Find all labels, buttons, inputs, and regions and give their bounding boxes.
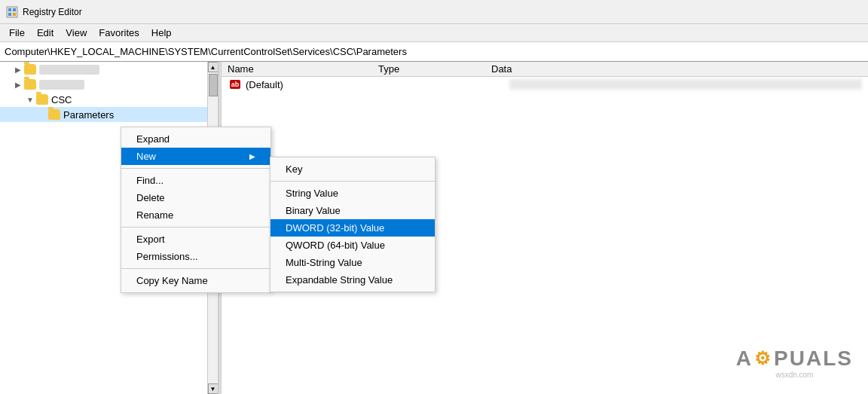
ctx-copykeyname[interactable]: Copy Key Name — [121, 272, 270, 289]
tree-item-blurred-2[interactable]: ▶ — [0, 77, 218, 92]
submenu-stringvalue[interactable]: String Value — [270, 185, 435, 202]
tree-arrow-2: ▶ — [12, 78, 24, 90]
ctx-new-label: New — [136, 151, 156, 162]
tree-arrow-1: ▶ — [12, 63, 24, 75]
submenu-multistringvalue-label: Multi-String Value — [286, 257, 362, 268]
ctx-sep-3 — [121, 268, 270, 269]
ctx-sep-2 — [121, 227, 270, 228]
submenu-dword-label: DWORD (32-bit) Value — [286, 222, 384, 234]
tree-label-blurred-2 — [39, 80, 84, 90]
title-bar-text: Registry Editor — [23, 7, 82, 17]
tree-item-blurred-1[interactable]: ▶ — [0, 62, 218, 77]
appuals-letter-a: A — [736, 347, 753, 371]
address-bar: Computer\HKEY_LOCAL_MACHINE\SYSTEM\Curre… — [0, 42, 868, 62]
submenu-stringvalue-label: String Value — [286, 188, 338, 199]
ctx-expand[interactable]: Expand — [121, 130, 270, 148]
menu-view[interactable]: View — [60, 26, 93, 40]
ctx-delete[interactable]: Delete — [121, 189, 270, 206]
tree-label-csc: CSC — [51, 94, 72, 105]
svg-rect-3 — [8, 13, 11, 16]
submenu-key-label: Key — [286, 163, 302, 175]
menu-help[interactable]: Help — [145, 26, 178, 40]
scrollbar-down-arrow[interactable]: ▼ — [208, 383, 219, 394]
menu-bar: File Edit View Favorites Help — [0, 24, 868, 42]
tree-arrow-csc: ▼ — [24, 93, 36, 105]
reg-data-default — [509, 79, 862, 90]
context-menu: Expand New ▶ Find... Delete Rename Expor… — [121, 127, 271, 293]
submenu-key[interactable]: Key — [270, 160, 435, 178]
svg-rect-4 — [13, 13, 16, 16]
submenu: Key String Value Binary Value DWORD (32-… — [270, 157, 436, 292]
ctx-rename-label: Rename — [136, 209, 173, 221]
title-bar: Registry Editor — [0, 0, 868, 24]
scrollbar-thumb[interactable] — [209, 74, 218, 96]
menu-edit[interactable]: Edit — [31, 26, 60, 40]
submenu-sep-1 — [270, 181, 435, 182]
ab-icon: ab — [228, 78, 243, 90]
submenu-expandablestringvalue[interactable]: Expandable String Value — [270, 271, 435, 289]
submenu-binaryvalue-label: Binary Value — [286, 205, 341, 216]
menu-file[interactable]: File — [3, 26, 31, 40]
submenu-binaryvalue[interactable]: Binary Value — [270, 202, 435, 219]
folder-icon-csc — [36, 94, 48, 105]
ctx-new[interactable]: New ▶ — [121, 148, 270, 165]
appuals-branding: A ⚙ PUALS wsxdn.com — [736, 347, 853, 379]
submenu-expandablestringvalue-label: Expandable String Value — [286, 274, 393, 286]
svg-rect-2 — [13, 8, 16, 11]
folder-icon-params — [48, 109, 60, 120]
col-header-name: Name — [228, 63, 378, 75]
reg-name-default: (Default) — [246, 79, 396, 90]
scrollbar-up-arrow[interactable]: ▲ — [208, 62, 219, 72]
ctx-copykeyname-label: Copy Key Name — [136, 275, 208, 286]
registry-row-default[interactable]: ab (Default) — [222, 77, 868, 92]
address-path[interactable]: Computer\HKEY_LOCAL_MACHINE\SYSTEM\Curre… — [5, 46, 407, 57]
ctx-permissions-label: Permissions... — [136, 251, 198, 262]
ctx-find[interactable]: Find... — [121, 172, 270, 189]
tree-item-csc[interactable]: ▼ CSC — [0, 92, 218, 107]
ctx-rename[interactable]: Rename — [121, 206, 270, 224]
submenu-multistringvalue[interactable]: Multi-String Value — [270, 254, 435, 271]
regedit-icon — [6, 6, 18, 18]
appuals-gear: ⚙ — [754, 348, 772, 369]
ctx-delete-label: Delete — [136, 192, 165, 203]
col-header-data: Data — [491, 63, 862, 75]
submenu-qword-label: QWORD (64-bit) Value — [286, 240, 385, 251]
tree-item-parameters[interactable]: ▶ Parameters — [0, 107, 218, 122]
menu-favorites[interactable]: Favorites — [93, 26, 145, 40]
ctx-permissions[interactable]: Permissions... — [121, 248, 270, 265]
tree-label-blurred-1 — [39, 65, 99, 75]
col-header-type: Type — [378, 63, 491, 75]
ctx-find-label: Find... — [136, 175, 164, 186]
right-pane-header: Name Type Data — [222, 62, 868, 77]
ctx-export[interactable]: Export — [121, 231, 270, 248]
submenu-qword[interactable]: QWORD (64-bit) Value — [270, 237, 435, 254]
ctx-export-label: Export — [136, 234, 165, 245]
tree-label-parameters: Parameters — [63, 109, 114, 121]
ctx-expand-label: Expand — [136, 133, 170, 145]
submenu-dword[interactable]: DWORD (32-bit) Value — [270, 219, 435, 237]
appuals-text: PUALS — [774, 347, 853, 371]
folder-icon-1 — [24, 64, 36, 75]
ctx-sep-1 — [121, 168, 270, 169]
svg-rect-1 — [8, 8, 11, 11]
ctx-new-arrow: ▶ — [249, 152, 255, 160]
appuals-logo: A ⚙ PUALS — [736, 347, 853, 371]
folder-icon-2 — [24, 79, 36, 90]
watermark-text: wsxdn.com — [775, 371, 813, 379]
